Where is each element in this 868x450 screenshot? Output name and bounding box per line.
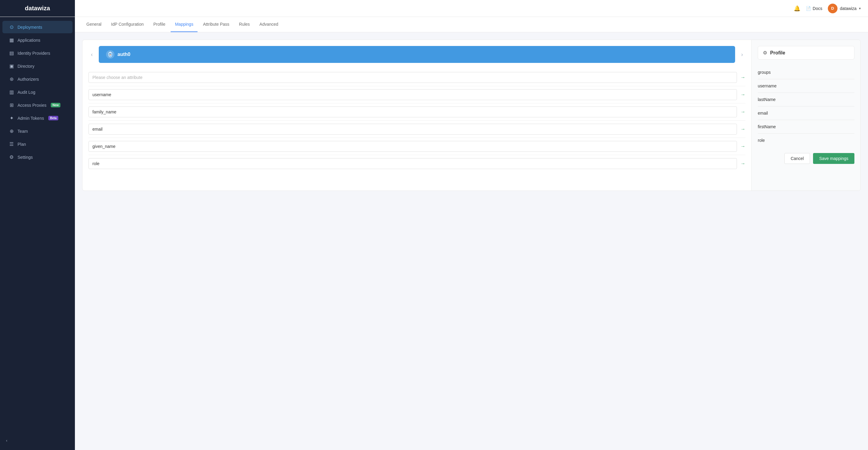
- mappings-right: ⚙ Profile groupsusernamelastNameemailfir…: [752, 40, 861, 191]
- dest-row: email: [758, 107, 855, 120]
- logo-area: datawiza: [0, 0, 75, 17]
- sidebar-item-audit-log[interactable]: ▥ Audit Log: [2, 86, 72, 98]
- arrow-right-icon: →: [741, 144, 745, 149]
- mapping-source-input-0[interactable]: [89, 72, 737, 83]
- sidebar-item-plan[interactable]: ☰ Plan: [2, 138, 72, 150]
- arrow-right-icon: →: [741, 126, 745, 132]
- dest-row: role: [758, 134, 855, 147]
- user-menu[interactable]: D datawiza ▾: [828, 4, 861, 13]
- admin-tokens-icon: ✦: [8, 115, 14, 121]
- mapping-source-input-1[interactable]: [89, 89, 737, 100]
- avatar: D: [828, 4, 837, 13]
- sidebar-item-authorizers[interactable]: ⊛ Authorizers: [2, 73, 72, 85]
- tab-profile[interactable]: Profile: [149, 17, 170, 32]
- main-content: GeneralIdP ConfigurationProfileMappingsA…: [75, 17, 868, 450]
- action-buttons: Cancel Save mappings: [758, 153, 855, 164]
- gear-icon: ⚙: [763, 50, 767, 56]
- sidebar-item-label: Settings: [18, 155, 33, 160]
- tab-general[interactable]: General: [82, 17, 106, 32]
- mappings-left: ‹ auth0 ›: [83, 40, 752, 191]
- source-header: ‹ auth0 ›: [89, 46, 745, 63]
- tabs-bar: GeneralIdP ConfigurationProfileMappingsA…: [75, 17, 868, 32]
- applications-icon: ▦: [8, 37, 14, 43]
- auth0-label: auth0: [118, 52, 130, 57]
- dest-row: lastName: [758, 93, 855, 107]
- main-layout: ⊙ Deployments ▦ Applications ▤ Identity …: [0, 17, 868, 450]
- sidebar-item-team[interactable]: ⊕ Team: [2, 125, 72, 137]
- sidebar-item-directory[interactable]: ▣ Directory: [2, 60, 72, 72]
- destination-header: ⚙ Profile: [758, 46, 855, 60]
- directory-icon: ▣: [8, 63, 14, 69]
- tab-mappings[interactable]: Mappings: [170, 17, 197, 32]
- mapping-row: →: [89, 104, 745, 121]
- audit-log-icon: ▥: [8, 89, 14, 95]
- mapping-row: →: [89, 155, 745, 172]
- team-icon: ⊕: [8, 128, 14, 134]
- arrow-right-icon: →: [741, 75, 745, 80]
- save-mappings-button[interactable]: Save mappings: [813, 153, 855, 164]
- docs-icon: 📄: [806, 6, 811, 11]
- sidebar-item-label: Team: [18, 129, 28, 134]
- mapping-source-input-4[interactable]: [89, 141, 737, 152]
- sidebar-item-label: Admin Tokens: [18, 116, 44, 121]
- deployments-icon: ⊙: [8, 24, 14, 30]
- sidebar-item-access-proxies[interactable]: ⊞ Access Proxies New: [2, 99, 72, 111]
- chevron-down-icon: ▾: [859, 6, 861, 10]
- prev-arrow-icon[interactable]: ‹: [89, 49, 95, 60]
- next-arrow-icon[interactable]: ›: [739, 49, 745, 60]
- settings-icon: ⚙: [8, 154, 14, 160]
- topbar-icons: 🔔 📄 Docs D datawiza ▾: [794, 4, 861, 13]
- access-proxies-icon: ⊞: [8, 102, 14, 108]
- mapping-source-input-3[interactable]: [89, 124, 737, 135]
- sidebar-collapse-button[interactable]: ‹: [0, 434, 75, 446]
- user-name: datawiza: [840, 6, 857, 11]
- mapping-row: →: [89, 86, 745, 104]
- sidebar-item-admin-tokens[interactable]: ✦ Admin Tokens Beta: [2, 112, 72, 124]
- app-logo: datawiza: [25, 5, 50, 12]
- notification-icon[interactable]: 🔔: [794, 5, 800, 12]
- sidebar-item-label: Deployments: [18, 25, 42, 30]
- sidebar-item-label: Identity Providers: [18, 51, 50, 56]
- arrow-right-icon: →: [741, 92, 745, 97]
- cancel-button[interactable]: Cancel: [784, 153, 810, 164]
- mapping-row: →: [89, 138, 745, 155]
- auth0-button[interactable]: auth0: [99, 46, 735, 63]
- arrow-right-icon: →: [741, 161, 745, 166]
- mapping-source-input-5[interactable]: [89, 158, 737, 169]
- dest-row: username: [758, 79, 855, 93]
- arrow-right-icon: →: [741, 109, 745, 115]
- docs-label: Docs: [813, 6, 823, 11]
- topbar: datawiza 🔔 📄 Docs D datawiza ▾: [0, 0, 868, 17]
- badge-new: New: [51, 103, 61, 107]
- sidebar-item-label: Authorizers: [18, 77, 39, 82]
- tab-attribute-pass[interactable]: Attribute Pass: [199, 17, 234, 32]
- destination-rows: groupsusernamelastNameemailfirstNamerole: [758, 66, 855, 147]
- auth0-logo-icon: [106, 50, 115, 59]
- tab-idp-configuration[interactable]: IdP Configuration: [107, 17, 148, 32]
- content-area: ‹ auth0 ›: [75, 32, 868, 198]
- sidebar-item-label: Directory: [18, 64, 34, 69]
- mapping-row: →: [89, 121, 745, 138]
- mapping-source-input-2[interactable]: [89, 107, 737, 117]
- destination-title: Profile: [770, 50, 785, 56]
- sidebar: ⊙ Deployments ▦ Applications ▤ Identity …: [0, 17, 75, 450]
- authorizers-icon: ⊛: [8, 76, 14, 82]
- sidebar-item-deployments[interactable]: ⊙ Deployments: [2, 21, 72, 33]
- mappings-container: ‹ auth0 ›: [82, 39, 861, 191]
- sidebar-item-label: Access Proxies: [18, 103, 46, 108]
- tab-rules[interactable]: Rules: [235, 17, 254, 32]
- dest-row: firstName: [758, 120, 855, 134]
- dest-row: groups: [758, 66, 855, 79]
- plan-icon: ☰: [8, 141, 14, 147]
- sidebar-item-settings[interactable]: ⚙ Settings: [2, 151, 72, 163]
- sidebar-item-applications[interactable]: ▦ Applications: [2, 34, 72, 46]
- sidebar-item-identity-providers[interactable]: ▤ Identity Providers: [2, 47, 72, 59]
- identity-providers-icon: ▤: [8, 50, 14, 56]
- docs-button[interactable]: 📄 Docs: [806, 6, 823, 11]
- mapping-row: →: [89, 69, 745, 86]
- mapping-rows: →→→→→→: [89, 69, 745, 172]
- sidebar-item-label: Audit Log: [18, 90, 35, 95]
- sidebar-item-label: Applications: [18, 38, 40, 43]
- sidebar-item-label: Plan: [18, 142, 26, 147]
- tab-advanced[interactable]: Advanced: [255, 17, 282, 32]
